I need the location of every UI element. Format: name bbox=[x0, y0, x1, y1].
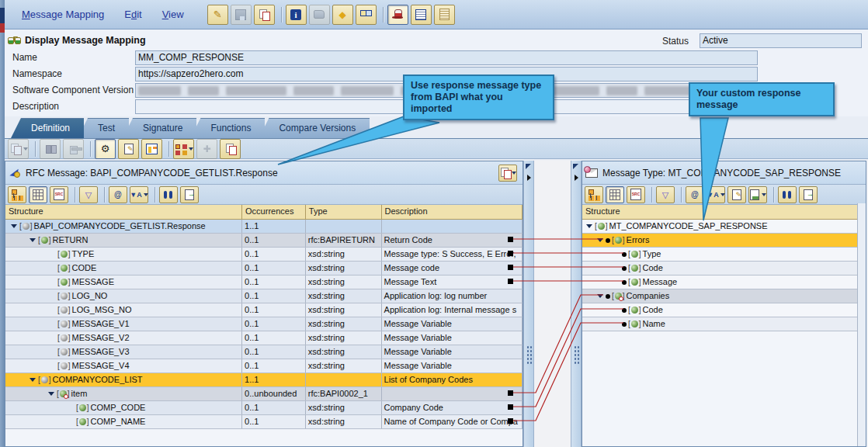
tab-signature[interactable]: Signature bbox=[123, 118, 196, 138]
tab-definition[interactable]: Definition bbox=[11, 118, 84, 138]
source-tree-row[interactable]: []item0..unboundedrfc:BAPI0002_1 bbox=[5, 387, 523, 401]
target-tree-row[interactable]: []Type bbox=[582, 248, 859, 262]
column-header[interactable]: Description bbox=[382, 205, 523, 219]
source-tree-row[interactable]: []MESSAGE0..1xsd:stringMessage Text bbox=[5, 275, 523, 289]
target-panel-scrollbar[interactable] bbox=[857, 203, 866, 446]
window-frame-bar bbox=[0, 0, 5, 447]
test-hat-button[interactable] bbox=[387, 5, 408, 25]
tree-view-button[interactable] bbox=[8, 186, 26, 203]
occurrences-cell: 0..unbounded bbox=[242, 387, 306, 400]
navigate-button[interactable]: ◆ bbox=[332, 5, 353, 25]
filter-button[interactable]: ▽ bbox=[79, 186, 98, 203]
node-type-icon: [] bbox=[595, 220, 608, 233]
expand-arrow-icon[interactable] bbox=[597, 294, 603, 298]
source-tree-row[interactable]: []CODE0..1xsd:stringMessage code bbox=[5, 262, 523, 275]
navigation-button[interactable]: ✚ bbox=[196, 139, 217, 159]
context-button[interactable]: @ bbox=[109, 186, 127, 203]
source-view-icon: SRC bbox=[630, 189, 641, 200]
source-tree-row[interactable]: []MESSAGE_V40..1xsd:stringMessage Variab… bbox=[5, 359, 523, 373]
export-button[interactable] bbox=[799, 186, 818, 203]
where-used-button[interactable] bbox=[309, 5, 330, 25]
grid-view-button[interactable] bbox=[29, 186, 47, 203]
source-tree-row[interactable]: []LOG_MSG_NO0..1xsd:stringApplication lo… bbox=[5, 303, 523, 317]
expand-arrow-icon[interactable] bbox=[586, 224, 592, 228]
filter-button[interactable]: ▽ bbox=[656, 186, 675, 203]
notes-button[interactable] bbox=[411, 5, 432, 25]
source-structure-panel: RFC Message: BAPI_COMPANYCODE_GETLIST.Re… bbox=[5, 161, 523, 447]
find-button[interactable] bbox=[778, 186, 797, 203]
dependencies-button[interactable] bbox=[173, 139, 194, 159]
source-tree-row[interactable]: []COMP_CODE0..1xsd:stringCompany Code bbox=[5, 401, 523, 415]
column-header[interactable]: Structure bbox=[5, 205, 242, 219]
menu-item[interactable]: Message Mapping bbox=[22, 9, 104, 20]
find-button[interactable] bbox=[159, 186, 178, 203]
node-label: COMP_CODE bbox=[91, 401, 146, 414]
expand-arrow-icon[interactable] bbox=[30, 238, 36, 242]
source-view-button[interactable]: SRC bbox=[50, 186, 68, 203]
target-tree-row[interactable]: []Name bbox=[582, 317, 859, 331]
info-button[interactable]: i bbox=[286, 5, 307, 25]
splitter-arrow-icon[interactable] bbox=[527, 175, 531, 181]
doc-edit-button[interactable] bbox=[727, 186, 746, 203]
left-splitter[interactable] bbox=[523, 161, 534, 447]
display-queue-button[interactable] bbox=[498, 165, 517, 182]
source-tree-row[interactable]: []TYPE0..1xsd:stringMessage type: S Succ… bbox=[5, 248, 523, 262]
source-tree-row[interactable]: []COMP_NAME0..1xsd:stringName of Company… bbox=[5, 415, 523, 429]
node-label: MESSAGE_V4 bbox=[72, 359, 130, 372]
status-field[interactable]: Active bbox=[700, 33, 862, 48]
target-tree-row[interactable]: []Companies bbox=[582, 289, 859, 303]
target-tree-row[interactable]: []Message bbox=[582, 275, 859, 289]
source-tree-row[interactable]: []MESSAGE_V10..1xsd:stringMessage Variab… bbox=[5, 317, 523, 331]
tab-compare-versions[interactable]: Compare Versions bbox=[259, 118, 370, 138]
menu-item[interactable]: View bbox=[162, 9, 184, 20]
delete-button[interactable] bbox=[63, 139, 84, 159]
sort-filter-button[interactable]: ▼A bbox=[707, 186, 725, 203]
tree-view-button[interactable] bbox=[585, 186, 603, 203]
splitter-grip[interactable] bbox=[526, 345, 532, 364]
source-tree-row[interactable]: []COMPANYCODE_LIST1..1List of Company Co… bbox=[5, 373, 523, 387]
copy-object-button[interactable] bbox=[8, 139, 29, 159]
splitter-grip[interactable] bbox=[574, 345, 579, 364]
display-change-button[interactable]: ✎ bbox=[207, 5, 228, 25]
column-header[interactable]: Type bbox=[306, 205, 382, 219]
relations-button[interactable] bbox=[356, 5, 377, 25]
source-tree-row[interactable]: []MESSAGE_V20..1xsd:stringMessage Variab… bbox=[5, 331, 523, 345]
source-tree-row[interactable]: []RETURN0..1rfc:BAPIRETURNReturn Code bbox=[5, 234, 523, 248]
splitter-arrow-icon[interactable] bbox=[575, 175, 578, 181]
right-splitter[interactable] bbox=[571, 161, 582, 447]
source-tree-row[interactable]: []MESSAGE_V30..1xsd:stringMessage Variab… bbox=[5, 345, 523, 359]
target-tree-row[interactable]: []Code bbox=[582, 262, 859, 275]
expand-arrow-icon[interactable] bbox=[597, 238, 603, 242]
mapping-canvas bbox=[534, 161, 571, 447]
script-button[interactable] bbox=[434, 5, 455, 25]
source-tree-row[interactable]: []LOG_NO0..1xsd:stringApplication log: l… bbox=[5, 289, 523, 303]
expand-arrow-icon[interactable] bbox=[30, 378, 36, 382]
text-preview-button[interactable] bbox=[118, 139, 139, 159]
copy-button[interactable] bbox=[254, 5, 275, 25]
target-tree-row[interactable]: []Errors bbox=[582, 234, 859, 248]
expand-arrow-icon[interactable] bbox=[48, 392, 54, 396]
export-button[interactable] bbox=[180, 186, 199, 203]
target-tree-row[interactable]: []MT_COMPANYCODE_SAP_RESPONSE bbox=[582, 220, 859, 234]
source-view-button[interactable]: SRC bbox=[627, 186, 645, 203]
copy-view-button[interactable] bbox=[220, 139, 241, 159]
expand-arrow-icon[interactable] bbox=[11, 224, 17, 228]
column-header[interactable]: Structure bbox=[582, 205, 859, 219]
target-tree-row[interactable]: []Code bbox=[582, 303, 859, 317]
tab-functions[interactable]: Functions bbox=[190, 118, 265, 138]
doc-filter-button[interactable] bbox=[748, 186, 767, 203]
sort-filter-button[interactable]: ▼A bbox=[130, 186, 148, 203]
occurrences-cell: 0..1 bbox=[242, 262, 306, 275]
settings-gear-button[interactable]: ⚙ bbox=[95, 139, 116, 159]
column-header[interactable]: Occurrences bbox=[242, 205, 306, 219]
dropdown-caret-icon bbox=[189, 147, 193, 151]
name-field[interactable]: MM_COMP_RESPONSE bbox=[135, 50, 758, 65]
context-button[interactable]: @ bbox=[686, 186, 704, 203]
menu-item[interactable]: Edit bbox=[124, 9, 141, 20]
save-button[interactable] bbox=[231, 5, 252, 25]
source-tree-row[interactable]: []BAPI_COMPANYCODE_GETLIST.Response1..1 bbox=[5, 220, 523, 234]
layout-button[interactable] bbox=[141, 139, 162, 159]
tab-test[interactable]: Test bbox=[78, 118, 129, 138]
compare-structures-button[interactable] bbox=[40, 139, 61, 159]
grid-view-button[interactable] bbox=[606, 186, 624, 203]
